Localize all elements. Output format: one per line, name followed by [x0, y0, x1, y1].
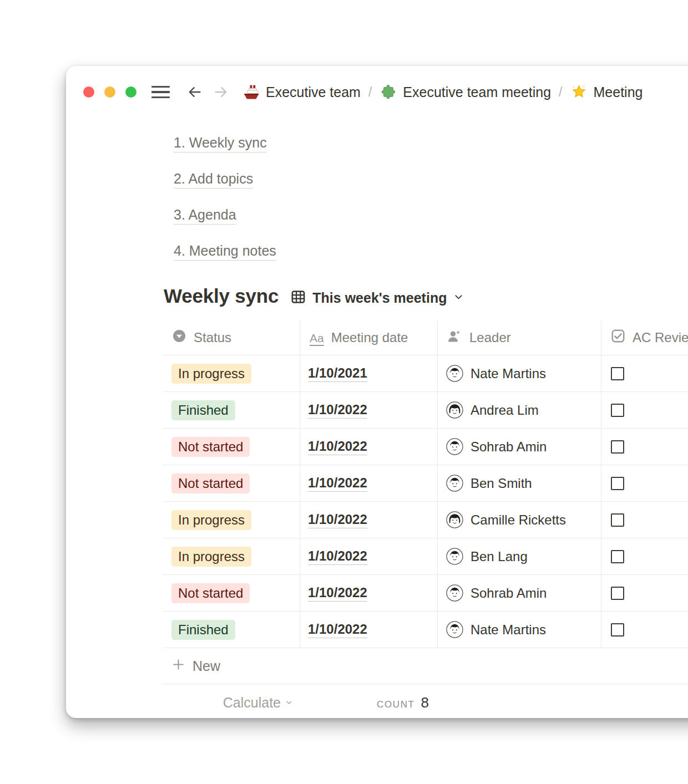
traffic-lights	[83, 86, 136, 98]
leader-name: Andrea Lim	[471, 403, 539, 418]
status-cell[interactable]: In progress	[163, 502, 300, 538]
ac-reviewed-cell[interactable]	[601, 429, 688, 465]
leader-name: Nate Martins	[471, 366, 546, 381]
new-row-label: New	[193, 658, 220, 674]
column-header[interactable]: AC Reviewed	[601, 320, 688, 355]
meeting-date-link[interactable]: 1/10/2022	[308, 622, 367, 638]
meeting-date-cell[interactable]: 1/10/2022	[300, 612, 438, 648]
leader-cell[interactable]: Sohrab Amin	[438, 429, 601, 465]
title-property-icon: Aa	[310, 330, 324, 345]
meeting-date-link[interactable]: 1/10/2022	[308, 512, 367, 528]
titlebar: Executive team / Executive team meeting …	[66, 66, 688, 101]
minimize-button[interactable]	[104, 86, 115, 98]
column-header[interactable]: Leader	[438, 320, 601, 355]
zoom-button[interactable]	[125, 86, 136, 98]
ac-reviewed-cell[interactable]	[601, 502, 688, 538]
status-cell[interactable]: Finished	[163, 612, 300, 648]
meeting-date-cell[interactable]: 1/10/2022	[300, 392, 438, 428]
checkbox[interactable]	[611, 477, 624, 490]
ac-reviewed-cell[interactable]	[601, 612, 688, 648]
calculate-button[interactable]: Calculate	[223, 695, 300, 711]
ac-reviewed-cell[interactable]	[601, 538, 688, 574]
status-cell[interactable]: In progress	[163, 355, 300, 391]
breadcrumb-item[interactable]: Executive team	[242, 84, 361, 101]
new-row-button[interactable]: New	[163, 648, 688, 684]
column-header[interactable]: Aa Meeting date	[300, 320, 438, 355]
meeting-date-link[interactable]: 1/10/2022	[308, 402, 367, 419]
leader-name: Ben Smith	[471, 476, 532, 491]
toc-link[interactable]: 1. Weekly sync	[174, 135, 267, 152]
status-cell[interactable]: In progress	[163, 538, 300, 574]
toc-link[interactable]: 2. Add topics	[174, 171, 253, 189]
toc-link[interactable]: 4. Meeting notes	[174, 243, 276, 261]
status-cell[interactable]: Not started	[163, 575, 300, 611]
table-row: Not started 1/10/2022 Sohrab Amin	[163, 429, 688, 465]
status-cell[interactable]: Not started	[163, 429, 300, 465]
leader-cell[interactable]: Ben Smith	[438, 465, 601, 501]
meeting-date-link[interactable]: 1/10/2022	[308, 439, 367, 455]
checkbox[interactable]	[611, 623, 624, 637]
avatar	[446, 621, 463, 638]
leader-cell[interactable]: Andrea Lim	[438, 392, 601, 428]
ac-reviewed-cell[interactable]	[601, 392, 688, 428]
meeting-date-link[interactable]: 1/10/2022	[308, 548, 367, 565]
meeting-date-cell[interactable]: 1/10/2022	[300, 429, 438, 465]
leader-cell[interactable]: Camille Ricketts	[438, 502, 601, 538]
select-property-icon	[172, 329, 186, 347]
checkbox[interactable]	[611, 440, 624, 454]
leader-cell[interactable]: Nate Martins	[438, 355, 601, 391]
table-view-icon	[291, 289, 306, 307]
table-row: In progress 1/10/2022 Camille Ricketts	[163, 502, 688, 538]
ship-icon	[242, 84, 260, 101]
toc-link[interactable]: 3. Agenda	[174, 207, 236, 225]
meeting-date-cell[interactable]: 1/10/2022	[300, 502, 438, 538]
meeting-date-link[interactable]: 1/10/2021	[308, 365, 367, 382]
meeting-date-cell[interactable]: 1/10/2022	[300, 538, 438, 574]
toc-item: 4. Meeting notes	[174, 243, 688, 261]
plus-icon	[172, 658, 185, 674]
status-badge: Finished	[171, 620, 235, 640]
meeting-date-link[interactable]: 1/10/2022	[308, 475, 367, 492]
count-label: COUNT	[377, 699, 414, 710]
status-cell[interactable]: Not started	[163, 465, 300, 501]
leader-name: Camille Ricketts	[471, 512, 566, 528]
column-header[interactable]: Status	[163, 320, 300, 355]
checkbox[interactable]	[611, 587, 624, 600]
table-row: Finished 1/10/2022 Nate Martins	[163, 612, 688, 648]
section-head: Weekly sync This week's meeting	[164, 284, 688, 308]
toc-item: 2. Add topics	[174, 171, 688, 189]
leader-cell[interactable]: Sohrab Amin	[438, 575, 601, 611]
meeting-date-cell[interactable]: 1/10/2022	[300, 465, 438, 501]
sidebar-menu-icon[interactable]	[151, 86, 170, 99]
status-cell[interactable]: Finished	[163, 392, 300, 428]
avatar	[446, 584, 463, 602]
breadcrumb-separator: /	[559, 85, 562, 100]
leader-name: Ben Lang	[471, 549, 528, 564]
breadcrumb-item[interactable]: Executive team meeting	[380, 84, 551, 101]
meeting-date-link[interactable]: 1/10/2022	[308, 585, 367, 602]
status-badge: Not started	[171, 474, 250, 493]
view-label: This week's meeting	[312, 290, 447, 306]
checkbox[interactable]	[611, 550, 624, 563]
view-switcher[interactable]: This week's meeting	[291, 289, 464, 307]
table-header-row: Status Aa Meeting date Leader AC Reviewe…	[163, 320, 688, 355]
checkbox[interactable]	[611, 513, 624, 527]
ac-reviewed-cell[interactable]	[601, 355, 688, 391]
back-button[interactable]	[186, 84, 203, 100]
chevron-down-icon	[453, 292, 464, 304]
ac-reviewed-cell[interactable]	[601, 575, 688, 611]
breadcrumb-item[interactable]: Meeting	[570, 84, 643, 101]
leader-cell[interactable]: Nate Martins	[438, 612, 601, 648]
avatar	[446, 401, 463, 419]
meeting-date-cell[interactable]: 1/10/2022	[300, 575, 438, 611]
meeting-date-cell[interactable]: 1/10/2021	[300, 355, 438, 391]
checkbox[interactable]	[611, 367, 624, 380]
count-aggregate[interactable]: COUNT 8	[377, 694, 438, 711]
leader-cell[interactable]: Ben Lang	[438, 538, 601, 574]
ac-reviewed-cell[interactable]	[601, 465, 688, 501]
forward-button[interactable]	[213, 84, 230, 100]
checkbox[interactable]	[611, 404, 624, 417]
close-button[interactable]	[83, 86, 94, 98]
avatar	[446, 511, 463, 528]
breadcrumb: Executive team / Executive team meeting …	[242, 84, 643, 101]
